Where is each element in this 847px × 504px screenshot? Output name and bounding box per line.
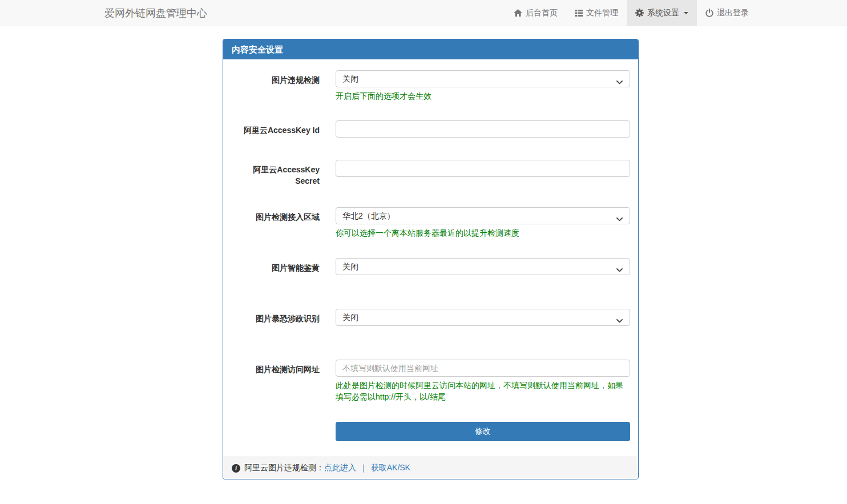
enter-here-link[interactable]: 点此进入	[324, 463, 356, 473]
navbar-menu: 后台首页 文件管理 系统设置 退出登录	[505, 0, 757, 26]
panel-title: 内容安全设置	[223, 39, 638, 59]
help-text-region: 你可以选择一个离本站服务器最近的以提升检测速度	[336, 227, 630, 239]
power-icon	[705, 9, 713, 17]
detection-url-input[interactable]	[336, 360, 630, 377]
field-label-terror-politics-detection: 图片暴恐涉政识别	[231, 309, 320, 326]
form-row: 阿里云AccessKey Id	[231, 120, 630, 138]
chevron-down-icon	[684, 12, 688, 14]
submit-button[interactable]: 修改	[336, 422, 630, 441]
help-text-violation-detection: 开启后下面的选项才会生效	[336, 90, 630, 102]
nav-item-label: 文件管理	[586, 8, 618, 18]
field-label-accesskey-secret: 阿里云AccessKey Secret	[231, 160, 320, 187]
nav-item-logout[interactable]: 退出登录	[697, 0, 757, 26]
nav-item-label: 后台首页	[526, 8, 558, 18]
footer-separator: ｜	[360, 463, 368, 473]
field-label-region: 图片检测接入区域	[231, 207, 320, 239]
field-label-violation-detection: 图片违规检测	[231, 70, 320, 102]
nav-item-file-management[interactable]: 文件管理	[566, 0, 627, 26]
form-row: 图片检测接入区域 华北2（北京） 你可以选择一个离本站服务器最近的以提升检测速度	[231, 207, 630, 239]
top-navbar: 爱网外链网盘管理中心 后台首页 文件管理 系统设置 退出登录	[0, 0, 847, 26]
region-select[interactable]: 华北2（北京）	[336, 207, 630, 224]
get-aksk-link[interactable]: 获取AK/SK	[371, 463, 410, 473]
form-row: 图片违规检测 关闭 开启后下面的选项才会生效	[231, 70, 630, 102]
footer-label: 阿里云图片违规检测：	[244, 463, 324, 473]
info-icon: i	[232, 464, 240, 473]
terror-politics-select[interactable]: 关闭	[336, 309, 630, 326]
nav-item-label: 系统设置	[647, 8, 679, 18]
accesskey-secret-input[interactable]	[336, 160, 630, 177]
porn-detection-select[interactable]: 关闭	[336, 258, 630, 275]
settings-form: 图片违规检测 关闭 开启后下面的选项才会生效 阿里云AccessKey Id	[223, 59, 638, 457]
form-row: 图片检测访问网址 此处是图片检测的时候阿里云访问本站的网址，不填写则默认使用当前…	[231, 360, 630, 402]
brand-title[interactable]: 爱网外链网盘管理中心	[90, 0, 216, 26]
nav-item-label: 退出登录	[717, 8, 749, 18]
form-row: 修改	[231, 422, 630, 441]
form-row: 阿里云AccessKey Secret	[231, 160, 630, 187]
help-text-detection-url: 此处是图片检测的时候阿里云访问本站的网址，不填写则默认使用当前网址，如果填写必需…	[336, 380, 630, 402]
list-icon	[575, 9, 583, 17]
form-row: 图片暴恐涉政识别 关闭	[231, 309, 630, 326]
gear-icon	[635, 9, 644, 17]
nav-item-admin-home[interactable]: 后台首页	[505, 0, 566, 26]
nav-item-system-settings[interactable]: 系统设置	[627, 0, 697, 26]
panel-footer: i 阿里云图片违规检测： 点此进入 ｜ 获取AK/SK	[223, 457, 638, 479]
content-security-panel: 内容安全设置 图片违规检测 关闭 开启后下面的选项才会生效 阿里云AccessK…	[223, 39, 639, 479]
accesskey-id-input[interactable]	[336, 120, 630, 138]
form-row: 图片智能鉴黄 关闭	[231, 258, 630, 275]
home-icon	[514, 9, 522, 17]
field-label-accesskey-id: 阿里云AccessKey Id	[231, 120, 320, 138]
field-label-porn-detection: 图片智能鉴黄	[231, 258, 320, 275]
field-label-detection-url: 图片检测访问网址	[231, 360, 320, 402]
violation-detection-select[interactable]: 关闭	[336, 70, 630, 87]
